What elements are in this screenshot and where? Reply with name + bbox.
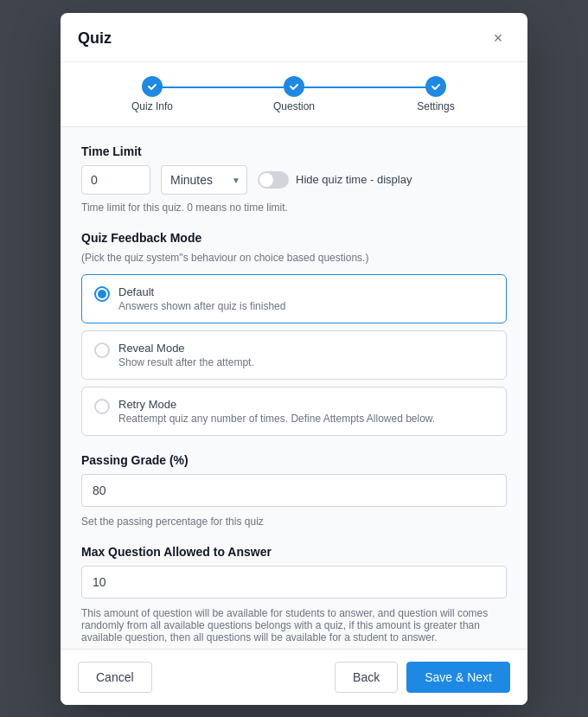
feedback-title: Quiz Feedback Mode	[81, 231, 507, 245]
time-limit-input[interactable]	[81, 165, 150, 195]
quiz-modal: Quiz × Quiz Info Question	[61, 13, 527, 705]
radio-retry-circle	[94, 399, 110, 414]
time-limit-title: Time Limit	[81, 144, 507, 158]
max-question-section: Max Question Allowed to Answer This amou…	[81, 545, 507, 643]
radio-reveal-title: Reveal Mode	[118, 342, 254, 355]
feedback-option-reveal[interactable]: Reveal Mode Show result after the attemp…	[81, 330, 507, 380]
save-next-button[interactable]: Save & Next	[406, 662, 510, 693]
radio-retry-title: Retry Mode	[118, 398, 435, 411]
modal-header: Quiz ×	[61, 13, 527, 62]
radio-reveal-circle	[94, 342, 110, 358]
step-2-label: Question	[273, 100, 315, 112]
step-3-circle	[425, 76, 446, 97]
time-select-wrapper: Minutes Hours Seconds ▼	[161, 165, 247, 195]
max-question-input[interactable]	[81, 566, 507, 599]
feedback-option-retry[interactable]: Retry Mode Reattempt quiz any number of …	[81, 387, 507, 436]
passing-grade-hint: Set the passing percentage for this quiz	[81, 515, 507, 528]
step-2-circle	[284, 76, 304, 97]
hide-quiz-time-toggle[interactable]	[258, 171, 289, 189]
stepper: Quiz Info Question Settings	[61, 62, 527, 127]
passing-grade-input[interactable]	[81, 474, 507, 507]
toggle-row: Hide quiz time - display	[258, 171, 412, 189]
cancel-button[interactable]: Cancel	[78, 662, 152, 693]
close-button[interactable]: ×	[486, 27, 510, 51]
back-button[interactable]: Back	[335, 662, 398, 693]
radio-reveal-desc: Show result after the attempt.	[118, 356, 254, 368]
footer-right: Back Save & Next	[335, 662, 510, 693]
modal-footer: Cancel Back Save & Next	[61, 649, 527, 705]
radio-default-desc: Answers shown after quiz is finished	[118, 300, 285, 312]
step-settings: Settings	[365, 76, 507, 112]
step-quiz-info: Quiz Info	[81, 76, 223, 112]
step-1-line	[152, 86, 294, 88]
step-3-label: Settings	[417, 100, 454, 112]
time-limit-section: Time Limit Minutes Hours Seconds ▼ Hide …	[81, 144, 507, 214]
radio-retry-content: Retry Mode Reattempt quiz any number of …	[118, 398, 435, 425]
time-unit-select[interactable]: Minutes Hours Seconds	[161, 165, 247, 195]
step-1-label: Quiz Info	[131, 100, 173, 112]
passing-grade-title: Passing Grade (%)	[81, 453, 507, 467]
radio-default-circle	[94, 286, 110, 302]
max-question-hint: This amount of question will be availabl…	[81, 607, 507, 643]
step-1-circle	[142, 76, 163, 97]
step-2-line	[294, 86, 436, 88]
feedback-desc: (Pick the quiz system"s behaviour on cho…	[81, 252, 507, 264]
modal-body: Time Limit Minutes Hours Seconds ▼ Hide …	[61, 127, 527, 649]
radio-retry-desc: Reattempt quiz any number of times. Defi…	[118, 413, 435, 425]
toggle-label: Hide quiz time - display	[296, 173, 412, 186]
modal-title: Quiz	[78, 29, 112, 48]
radio-default-content: Default Answers shown after quiz is fini…	[118, 285, 285, 312]
feedback-section: Quiz Feedback Mode (Pick the quiz system…	[81, 231, 507, 436]
passing-grade-section: Passing Grade (%) Set the passing percen…	[81, 453, 507, 528]
radio-default-title: Default	[118, 285, 285, 298]
radio-reveal-content: Reveal Mode Show result after the attemp…	[118, 342, 254, 368]
time-limit-hint: Time limit for this quiz. 0 means no tim…	[81, 202, 507, 214]
max-question-title: Max Question Allowed to Answer	[81, 545, 507, 559]
feedback-option-default[interactable]: Default Answers shown after quiz is fini…	[81, 274, 507, 323]
time-limit-row: Minutes Hours Seconds ▼ Hide quiz time -…	[81, 165, 507, 195]
step-question: Question	[223, 76, 365, 112]
